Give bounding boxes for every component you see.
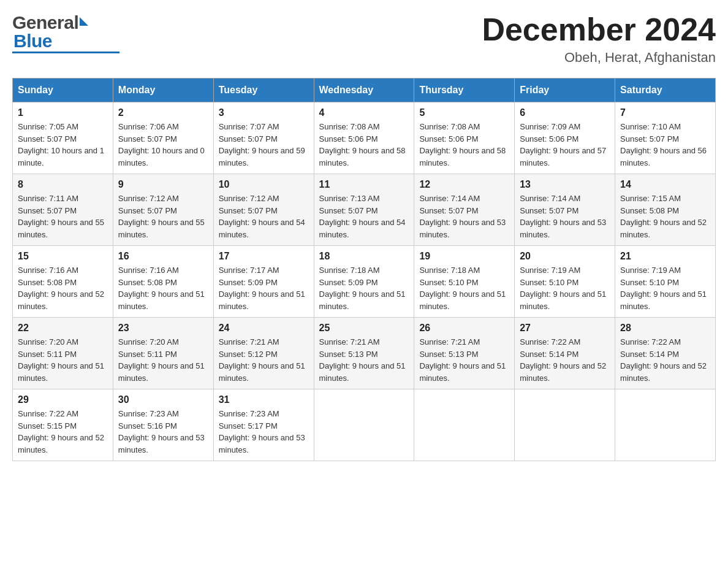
day-info: Sunrise: 7:23 AMSunset: 5:17 PMDaylight:… [219,409,305,454]
table-row: 24 Sunrise: 7:21 AMSunset: 5:12 PMDaylig… [213,318,314,389]
day-info: Sunrise: 7:21 AMSunset: 5:12 PMDaylight:… [219,337,305,383]
logo-blue-text: Blue [13,31,52,52]
day-number: 11 [319,179,409,190]
day-info: Sunrise: 7:20 AMSunset: 5:11 PMDaylight:… [18,337,104,383]
day-info: Sunrise: 7:16 AMSunset: 5:08 PMDaylight:… [18,266,104,311]
day-info: Sunrise: 7:19 AMSunset: 5:10 PMDaylight:… [620,266,707,311]
day-number: 6 [520,107,610,118]
day-info: Sunrise: 7:21 AMSunset: 5:13 PMDaylight:… [419,337,506,383]
table-row: 4 Sunrise: 7:08 AMSunset: 5:06 PMDayligh… [314,102,414,174]
day-info: Sunrise: 7:22 AMSunset: 5:15 PMDaylight:… [18,409,104,454]
day-number: 17 [219,251,309,262]
day-info: Sunrise: 7:09 AMSunset: 5:06 PMDaylight:… [520,122,606,167]
day-number: 28 [620,323,710,334]
table-row [314,389,414,461]
table-row: 8 Sunrise: 7:11 AMSunset: 5:07 PMDayligh… [13,174,113,246]
day-number: 18 [319,251,409,262]
table-row: 18 Sunrise: 7:18 AMSunset: 5:09 PMDaylig… [314,246,414,318]
day-info: Sunrise: 7:12 AMSunset: 5:07 PMDaylight:… [118,194,205,239]
day-number: 16 [118,251,208,262]
day-info: Sunrise: 7:17 AMSunset: 5:09 PMDaylight:… [219,266,305,311]
calendar-week-row: 1 Sunrise: 7:05 AMSunset: 5:07 PMDayligh… [13,102,716,174]
day-number: 22 [18,323,108,334]
table-row: 3 Sunrise: 7:07 AMSunset: 5:07 PMDayligh… [213,102,314,174]
day-number: 9 [118,179,208,190]
day-info: Sunrise: 7:06 AMSunset: 5:07 PMDaylight:… [118,122,205,167]
day-number: 29 [18,394,108,405]
logo-underline [12,52,119,53]
day-info: Sunrise: 7:19 AMSunset: 5:10 PMDaylight:… [520,266,606,311]
day-info: Sunrise: 7:18 AMSunset: 5:09 PMDaylight:… [319,266,406,311]
day-info: Sunrise: 7:10 AMSunset: 5:07 PMDaylight:… [620,122,707,167]
day-info: Sunrise: 7:18 AMSunset: 5:10 PMDaylight:… [419,266,506,311]
day-info: Sunrise: 7:20 AMSunset: 5:11 PMDaylight:… [118,337,205,383]
day-number: 14 [620,179,710,190]
calendar-week-row: 15 Sunrise: 7:16 AMSunset: 5:08 PMDaylig… [13,246,716,318]
table-row: 25 Sunrise: 7:21 AMSunset: 5:13 PMDaylig… [314,318,414,389]
day-number: 24 [219,323,309,334]
page-header: General Blue December 2024 Obeh, Herat, … [12,12,716,66]
table-row: 11 Sunrise: 7:13 AMSunset: 5:07 PMDaylig… [314,174,414,246]
col-thursday: Thursday [414,79,515,102]
day-number: 25 [319,323,409,334]
month-title: December 2024 [482,12,716,47]
day-info: Sunrise: 7:22 AMSunset: 5:14 PMDaylight:… [520,337,606,383]
table-row: 10 Sunrise: 7:12 AMSunset: 5:07 PMDaylig… [213,174,314,246]
day-number: 27 [520,323,610,334]
day-number: 3 [219,107,309,118]
day-info: Sunrise: 7:22 AMSunset: 5:14 PMDaylight:… [620,337,707,383]
calendar-table: Sunday Monday Tuesday Wednesday Thursday… [12,78,716,461]
col-saturday: Saturday [615,79,716,102]
table-row: 26 Sunrise: 7:21 AMSunset: 5:13 PMDaylig… [414,318,515,389]
day-number: 10 [219,179,309,190]
calendar-header-row: Sunday Monday Tuesday Wednesday Thursday… [13,79,716,102]
table-row [414,389,515,461]
day-info: Sunrise: 7:08 AMSunset: 5:06 PMDaylight:… [419,122,506,167]
day-number: 19 [419,251,509,262]
day-info: Sunrise: 7:05 AMSunset: 5:07 PMDaylight:… [18,122,104,167]
col-sunday: Sunday [13,79,113,102]
day-number: 30 [118,394,208,405]
col-friday: Friday [515,79,615,102]
col-monday: Monday [113,79,213,102]
table-row: 29 Sunrise: 7:22 AMSunset: 5:15 PMDaylig… [13,389,113,461]
table-row: 21 Sunrise: 7:19 AMSunset: 5:10 PMDaylig… [615,246,716,318]
day-info: Sunrise: 7:07 AMSunset: 5:07 PMDaylight:… [219,122,305,167]
day-number: 2 [118,107,208,118]
table-row: 16 Sunrise: 7:16 AMSunset: 5:08 PMDaylig… [113,246,213,318]
table-row: 20 Sunrise: 7:19 AMSunset: 5:10 PMDaylig… [515,246,615,318]
day-number: 7 [620,107,710,118]
table-row: 14 Sunrise: 7:15 AMSunset: 5:08 PMDaylig… [615,174,716,246]
table-row: 13 Sunrise: 7:14 AMSunset: 5:07 PMDaylig… [515,174,615,246]
table-row: 2 Sunrise: 7:06 AMSunset: 5:07 PMDayligh… [113,102,213,174]
day-info: Sunrise: 7:14 AMSunset: 5:07 PMDaylight:… [520,194,606,239]
table-row: 6 Sunrise: 7:09 AMSunset: 5:06 PMDayligh… [515,102,615,174]
day-number: 26 [419,323,509,334]
table-row: 27 Sunrise: 7:22 AMSunset: 5:14 PMDaylig… [515,318,615,389]
day-number: 12 [419,179,509,190]
day-info: Sunrise: 7:21 AMSunset: 5:13 PMDaylight:… [319,337,406,383]
day-number: 4 [319,107,409,118]
table-row: 15 Sunrise: 7:16 AMSunset: 5:08 PMDaylig… [13,246,113,318]
day-info: Sunrise: 7:14 AMSunset: 5:07 PMDaylight:… [419,194,506,239]
day-number: 15 [18,251,108,262]
table-row: 5 Sunrise: 7:08 AMSunset: 5:06 PMDayligh… [414,102,515,174]
day-info: Sunrise: 7:11 AMSunset: 5:07 PMDaylight:… [18,194,104,239]
day-number: 21 [620,251,710,262]
logo-arrow-icon [80,17,88,26]
day-number: 8 [18,179,108,190]
col-wednesday: Wednesday [314,79,414,102]
table-row [515,389,615,461]
day-info: Sunrise: 7:13 AMSunset: 5:07 PMDaylight:… [319,194,406,239]
table-row: 9 Sunrise: 7:12 AMSunset: 5:07 PMDayligh… [113,174,213,246]
table-row: 1 Sunrise: 7:05 AMSunset: 5:07 PMDayligh… [13,102,113,174]
day-number: 20 [520,251,610,262]
col-tuesday: Tuesday [213,79,314,102]
day-number: 5 [419,107,509,118]
day-number: 31 [219,394,309,405]
day-number: 23 [118,323,208,334]
logo-general-text: General [12,12,78,33]
table-row: 7 Sunrise: 7:10 AMSunset: 5:07 PMDayligh… [615,102,716,174]
table-row: 28 Sunrise: 7:22 AMSunset: 5:14 PMDaylig… [615,318,716,389]
table-row: 31 Sunrise: 7:23 AMSunset: 5:17 PMDaylig… [213,389,314,461]
